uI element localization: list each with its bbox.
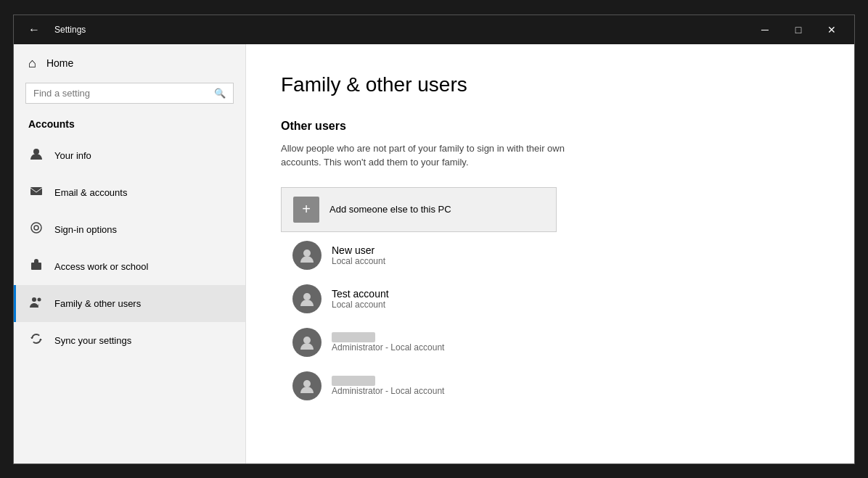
user-name-test-account: Test account <box>332 288 389 300</box>
user-type-blurred-2: Administrator - Local account <box>332 386 444 396</box>
your-info-icon <box>28 147 44 165</box>
svg-rect-1 <box>30 187 42 195</box>
back-button[interactable]: ← <box>20 15 49 44</box>
svg-point-2 <box>31 223 41 233</box>
svg-point-9 <box>303 337 311 344</box>
plus-icon: + <box>293 197 319 223</box>
section-desc: Allow people who are not part of your fa… <box>281 141 600 170</box>
user-info-blurred-2: Administrator - Local account <box>332 376 444 396</box>
avatar-new-user <box>292 241 322 270</box>
user-type-test-account: Local account <box>332 300 389 310</box>
avatar-blurred-1 <box>292 328 322 357</box>
sidebar-item-sync[interactable]: Sync your settings <box>14 322 245 359</box>
family-icon <box>28 294 44 313</box>
user-info-blurred-1: Administrator - Local account <box>332 332 444 353</box>
sidebar-item-email[interactable]: Email & accounts <box>14 174 245 211</box>
add-user-button[interactable]: + Add someone else to this PC <box>281 187 557 232</box>
settings-window: ← Settings ─ □ ✕ ⌂ Home 🔍 Accounts You <box>13 15 855 464</box>
user-new-user[interactable]: New user Local account <box>281 234 557 277</box>
svg-point-3 <box>34 226 38 230</box>
user-blurred-1[interactable]: Administrator - Local account <box>281 321 557 364</box>
sidebar: ⌂ Home 🔍 Accounts Your info Email & acco… <box>14 44 246 463</box>
email-icon <box>28 184 44 202</box>
user-test-account[interactable]: Test account Local account <box>281 277 557 321</box>
user-name-new-user: New user <box>332 244 385 256</box>
search-icon: 🔍 <box>214 88 226 99</box>
svg-point-8 <box>303 293 311 300</box>
signin-icon <box>28 221 44 239</box>
sidebar-home[interactable]: ⌂ Home <box>14 44 245 83</box>
sidebar-item-email-label: Email & accounts <box>54 187 127 198</box>
user-type-blurred-1: Administrator - Local account <box>332 342 444 353</box>
sidebar-item-signin[interactable]: Sign-in options <box>14 211 245 248</box>
access-work-icon <box>28 257 44 276</box>
sidebar-item-signin-label: Sign-in options <box>54 224 117 235</box>
minimize-button[interactable]: ─ <box>748 15 782 44</box>
sidebar-item-access-work-label: Access work or school <box>54 261 148 272</box>
sidebar-item-access-work[interactable]: Access work or school <box>14 248 245 285</box>
page-title: Family & other users <box>281 73 819 96</box>
user-blurred-2[interactable]: Administrator - Local account <box>281 364 557 408</box>
section-title: Other users <box>281 120 819 133</box>
svg-rect-4 <box>31 263 41 270</box>
sidebar-item-sync-label: Sync your settings <box>54 335 131 346</box>
title-bar: ← Settings ─ □ ✕ <box>14 15 854 44</box>
main-content: Family & other users Other users Allow p… <box>246 44 854 463</box>
svg-point-7 <box>303 250 311 257</box>
sidebar-item-family[interactable]: Family & other users <box>14 285 245 322</box>
avatar-test-account <box>292 284 322 313</box>
svg-point-5 <box>32 297 36 302</box>
add-user-label: Add someone else to this PC <box>329 204 451 215</box>
user-name-blurred-1 <box>332 332 375 342</box>
window-controls: ─ □ ✕ <box>748 15 848 44</box>
home-icon: ⌂ <box>28 56 36 71</box>
svg-point-6 <box>38 297 41 301</box>
svg-point-10 <box>303 380 311 387</box>
user-info-new-user: New user Local account <box>332 244 385 266</box>
search-input[interactable] <box>33 88 214 99</box>
user-name-blurred-2 <box>332 376 375 386</box>
close-button[interactable]: ✕ <box>815 15 848 44</box>
sidebar-item-your-info-label: Your info <box>54 150 91 161</box>
sidebar-section-label: Accounts <box>14 112 245 137</box>
user-type-new-user: Local account <box>332 256 385 266</box>
home-label: Home <box>46 57 73 69</box>
sidebar-item-your-info[interactable]: Your info <box>14 137 245 174</box>
svg-point-0 <box>33 149 39 154</box>
sync-icon <box>28 331 44 350</box>
avatar-blurred-2 <box>292 371 322 400</box>
window-title: Settings <box>54 25 748 35</box>
user-info-test-account: Test account Local account <box>332 288 389 310</box>
sidebar-item-family-label: Family & other users <box>54 298 141 309</box>
maximize-button[interactable]: □ <box>782 15 815 44</box>
search-box: 🔍 <box>25 83 234 104</box>
content-area: ⌂ Home 🔍 Accounts Your info Email & acco… <box>14 44 854 463</box>
